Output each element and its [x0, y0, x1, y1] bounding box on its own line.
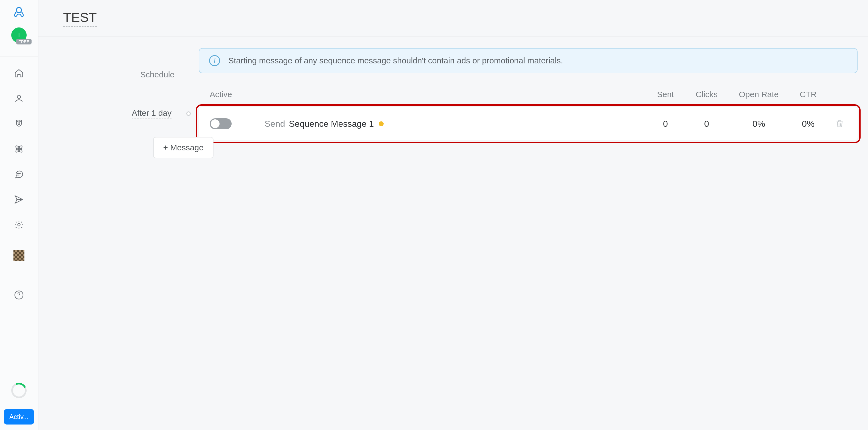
message-name[interactable]: Sequence Message 1: [289, 119, 374, 129]
info-text: Starting message of any sequence message…: [228, 56, 563, 65]
col-ctr: CTR: [789, 90, 827, 99]
send-icon[interactable]: [13, 194, 24, 205]
help-icon[interactable]: [13, 289, 24, 301]
schedule-row: After 1 day: [38, 101, 188, 126]
info-icon: i: [209, 55, 220, 66]
status-dot-icon: [379, 121, 384, 126]
col-clicks: Clicks: [685, 90, 728, 99]
activate-button[interactable]: Activ...: [4, 409, 34, 425]
col-active: Active: [210, 90, 248, 99]
page-title[interactable]: TEST: [63, 10, 97, 27]
topbar: TEST: [38, 0, 868, 37]
toggle-knob: [211, 119, 220, 128]
svg-point-0: [17, 7, 22, 12]
usage-indicator[interactable]: [9, 380, 29, 400]
timeline-dot: [186, 112, 191, 116]
info-banner: i Starting message of any sequence messa…: [199, 48, 858, 73]
timeline-line: [188, 37, 188, 430]
schedule-header: Schedule: [38, 70, 188, 79]
col-sent: Sent: [646, 90, 685, 99]
gear-icon[interactable]: [13, 219, 24, 230]
metric-sent: 0: [646, 119, 685, 129]
app-logo[interactable]: [12, 5, 26, 19]
svg-point-1: [17, 95, 21, 98]
col-open-rate: Open Rate: [728, 90, 789, 99]
schedule-label[interactable]: After 1 day: [132, 109, 172, 119]
metric-open-rate: 0%: [728, 119, 789, 129]
svg-point-5: [18, 224, 20, 226]
main: TEST Schedule After 1 day + Message i St…: [38, 0, 868, 430]
magnet-icon[interactable]: [13, 118, 24, 129]
channel-thumbnail[interactable]: [13, 250, 24, 261]
plan-badge: FREE: [16, 39, 32, 44]
avatar-letter: T: [17, 31, 21, 39]
account-avatar[interactable]: T FREE: [11, 27, 27, 43]
atom-icon[interactable]: [13, 144, 24, 154]
home-icon[interactable]: [13, 68, 24, 79]
chat-icon[interactable]: [13, 169, 24, 180]
metric-clicks: 0: [685, 119, 728, 129]
delete-icon[interactable]: [827, 119, 852, 128]
active-toggle[interactable]: [210, 118, 231, 129]
schedule-column: Schedule After 1 day + Message: [38, 37, 188, 430]
metric-ctr: 0%: [789, 119, 827, 129]
sidebar: T FREE: [0, 0, 38, 430]
add-message-button[interactable]: + Message: [153, 137, 214, 158]
sidebar-divider: [0, 57, 38, 57]
table-header: Active Sent Clicks Open Rate CTR: [199, 90, 858, 107]
send-label: Send: [265, 119, 285, 129]
svg-point-4: [19, 149, 20, 150]
message-row[interactable]: Send Sequence Message 1 0 0 0% 0%: [199, 107, 858, 140]
messages-column: i Starting message of any sequence messa…: [188, 37, 868, 430]
user-icon[interactable]: [13, 93, 24, 104]
